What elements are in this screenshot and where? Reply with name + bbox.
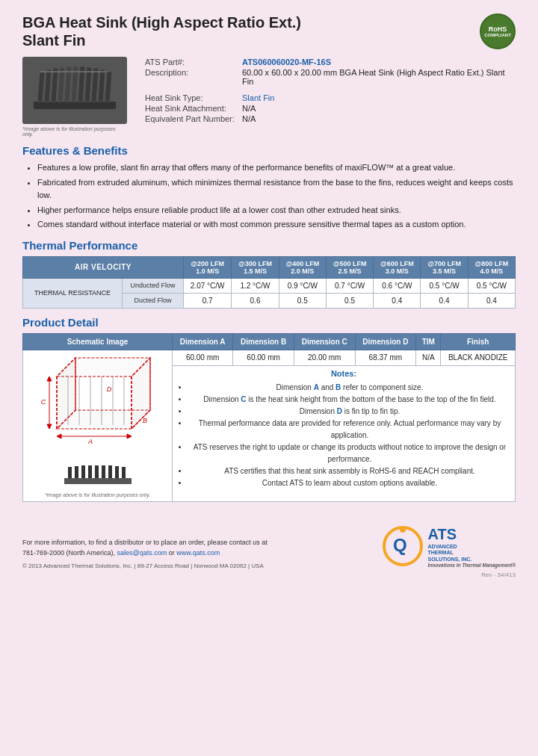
col-dim-a: Dimension A <box>173 333 233 350</box>
desc-label: Description: <box>142 67 239 87</box>
svg-rect-40 <box>75 466 78 478</box>
unducted-val-5: 0.5 °C/W <box>421 278 468 293</box>
features-list: Features a low profile, slant fin array … <box>37 161 516 232</box>
svg-marker-3 <box>51 68 58 102</box>
equiv-label: Equivalent Part Number: <box>142 114 239 124</box>
svg-marker-8 <box>84 67 92 102</box>
ducted-val-4: 0.4 <box>374 293 421 308</box>
ats-logo-svg: Q <box>383 526 424 567</box>
unducted-val-6: 0.5 °C/W <box>468 278 515 293</box>
svg-marker-9 <box>91 68 99 102</box>
notes-title: Notes: <box>176 369 511 378</box>
svg-rect-45 <box>108 465 112 478</box>
detail-table: Schematic Image Dimension A Dimension B … <box>22 333 516 502</box>
type-link[interactable]: Slant Fin <box>242 93 274 102</box>
header: BGA Heat Sink (High Aspect Ratio Ext.) S… <box>22 13 516 49</box>
col-dim-b: Dimension B <box>233 333 294 350</box>
svg-marker-28 <box>57 434 61 439</box>
title-block: BGA Heat Sink (High Aspect Ratio Ext.) S… <box>22 13 301 49</box>
svg-rect-42 <box>88 465 92 478</box>
svg-marker-11 <box>105 72 112 102</box>
unducted-val-1: 1.2 °C/W <box>232 278 279 293</box>
col-schematic: Schematic Image <box>23 333 173 350</box>
ducted-val-5: 0.4 <box>421 293 468 308</box>
dim-d-value: 68.37 mm <box>355 350 416 365</box>
col-800: @800 LFM 4.0 M/S <box>468 256 515 278</box>
unducted-val-3: 0.7 °C/W <box>326 278 373 293</box>
ats-logo: Q ATS ADVANCED THERMAL SOLUTIONS, INC. I… <box>383 524 516 569</box>
schematic-svg: A B C D <box>34 354 161 459</box>
col-600: @600 LFM 3.0 M/S <box>374 256 421 278</box>
note-item: Contact ATS to learn about custom option… <box>188 477 511 489</box>
notes-list: Dimension A and B refer to component siz… <box>188 382 511 489</box>
product-details: ATS Part#: ATS060060020-MF-16S Descripti… <box>142 57 516 137</box>
dim-c-value: 20.00 mm <box>294 350 355 365</box>
page-number: Rev - 34/413 <box>22 571 516 578</box>
dim-a-value: 60.00 mm <box>173 350 233 365</box>
features-title: Features & Benefits <box>22 144 516 157</box>
note-item: Dimension C is the heat sink height from… <box>188 394 511 406</box>
note-item: ATS certifies that this heat sink assemb… <box>188 465 511 477</box>
ducted-val-1: 0.6 <box>232 293 279 308</box>
finish-value: BLACK ANODIZE <box>441 350 516 365</box>
list-item: Higher performance helps ensure reliable… <box>37 204 516 217</box>
col-400: @400 LFM 2.0 M/S <box>279 256 326 278</box>
product-image <box>22 57 127 124</box>
note-item: Thermal performance data are provided fo… <box>188 418 511 441</box>
copyright-text: © 2013 Advanced Thermal Solutions, Inc. … <box>22 563 268 569</box>
rohs-badge: RoHS COMPLIANT <box>480 13 516 49</box>
unducted-val-4: 0.6 °C/W <box>374 278 421 293</box>
col-700: @700 LFM 3.5 M/S <box>421 256 468 278</box>
svg-text:Q: Q <box>393 535 407 555</box>
svg-point-50 <box>400 527 406 533</box>
svg-rect-38 <box>64 478 132 484</box>
schematic-cell: A B C D <box>23 350 173 501</box>
note-item: Dimension A and B refer to component siz… <box>188 382 511 394</box>
unducted-val-0: 2.07 °C/W <box>184 278 232 293</box>
thermal-table: AIR VELOCITY @200 LFM 1.0 M/S @300 LFM 1… <box>22 256 516 309</box>
list-item: Features a low profile, slant fin array … <box>37 161 516 175</box>
side-view-svg <box>61 463 135 489</box>
part-number-link[interactable]: ATS060060020-MF-16S <box>242 58 331 66</box>
col-finish: Finish <box>441 333 516 350</box>
part-label: ATS Part#: <box>142 57 239 67</box>
svg-rect-46 <box>115 466 119 478</box>
thermal-resistance-label: THERMAL RESISTANCE <box>23 278 123 308</box>
svg-marker-33 <box>47 424 52 429</box>
col-500: @500 LFM 2.5 M/S <box>326 256 373 278</box>
product-image-block: *Image above is for illustration purpose… <box>22 57 127 137</box>
product-info: *Image above is for illustration purpose… <box>22 57 516 137</box>
details-table: ATS Part#: ATS060060020-MF-16S Descripti… <box>142 57 516 124</box>
product-detail-title: Product Detail <box>22 316 516 329</box>
description-value: 60.00 x 60.00 x 20.00 mm BGA Heat Sink (… <box>239 67 516 87</box>
ducted-val-2: 0.5 <box>279 293 326 308</box>
schematic-caption: *Image above is for illustration purpose… <box>27 492 168 498</box>
footer-contact: For more information, to find a distribu… <box>22 537 268 559</box>
note-item: ATS reserves the right to update or chan… <box>188 441 511 465</box>
svg-text:A: A <box>87 438 92 445</box>
image-caption: *Image above is for illustration purpose… <box>22 126 127 137</box>
col-200: @200 LFM 1.0 M/S <box>184 256 232 278</box>
ats-logo-text: ATS ADVANCED THERMAL SOLUTIONS, INC. Inn… <box>428 524 516 569</box>
ducted-label: Ducted Flow <box>123 293 184 308</box>
col-300: @300 LFM 1.5 M/S <box>232 256 279 278</box>
footer-content: For more information, to find a distribu… <box>22 524 516 569</box>
svg-marker-2 <box>44 69 52 102</box>
svg-text:B: B <box>142 417 146 424</box>
col-tim: TIM <box>416 333 441 350</box>
svg-rect-43 <box>95 465 99 478</box>
air-velocity-header: AIR VELOCITY <box>23 256 184 278</box>
col-dim-c: Dimension C <box>294 333 355 350</box>
ducted-val-3: 0.5 <box>326 293 373 308</box>
email-link[interactable]: sales@qats.com <box>117 549 167 557</box>
page-title: BGA Heat Sink (High Aspect Ratio Ext.) S… <box>22 13 301 49</box>
attachment-value: N/A <box>239 103 516 114</box>
svg-rect-47 <box>122 467 126 478</box>
type-label: Heat Sink Type: <box>142 93 239 103</box>
note-item: Dimension D is fin tip to fin tip. <box>188 406 511 418</box>
thermal-title: Thermal Performance <box>22 239 516 252</box>
type-value: Slant Fin <box>239 93 516 103</box>
svg-rect-0 <box>34 102 116 109</box>
col-dim-d: Dimension D <box>355 333 416 350</box>
website-link[interactable]: www.qats.com <box>176 549 220 557</box>
